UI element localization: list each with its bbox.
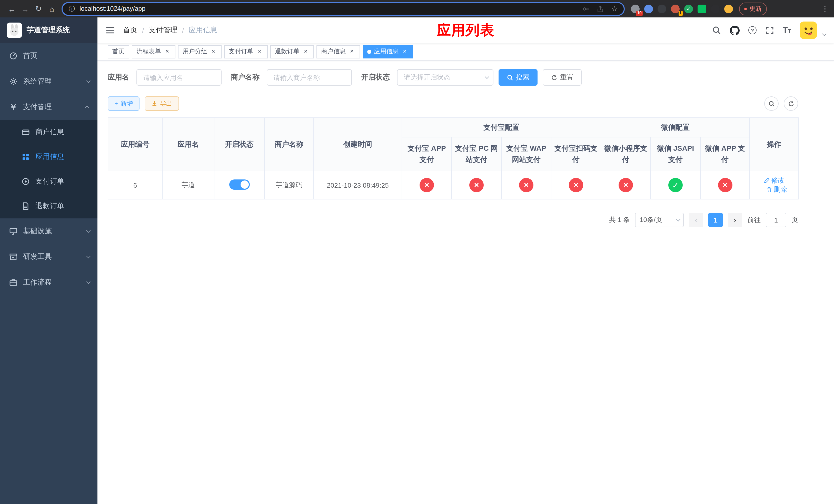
status-select[interactable]: 请选择开启状态 — [397, 69, 493, 86]
browser-menu-icon[interactable]: ⋮ — [821, 4, 829, 13]
tab-refund-order[interactable]: 退款订单× — [270, 45, 314, 58]
sidebar-item-workflow[interactable]: 工作流程 — [0, 270, 97, 295]
browser-home-icon[interactable]: ⌂ — [45, 2, 59, 15]
extension-wechat-icon[interactable] — [698, 4, 706, 13]
browser-forward-icon[interactable]: → — [19, 2, 32, 15]
page-1-button[interactable]: 1 — [708, 213, 723, 227]
user-avatar[interactable] — [799, 22, 817, 39]
tab-user-group[interactable]: 用户分组× — [178, 45, 222, 58]
sidebar-item-app-info[interactable]: 应用信息 — [0, 144, 97, 169]
sidebar-item-infrastructure[interactable]: 基础设施 — [0, 219, 97, 244]
trash-icon — [766, 187, 772, 193]
tab-label: 流程表单 — [136, 47, 161, 56]
browser-update-button[interactable]: 更新 — [739, 2, 767, 15]
sidebar-item-pay-order[interactable]: 支付订单 — [0, 169, 97, 194]
sidebar-item-payment[interactable]: ￥ 支付管理 — [0, 94, 97, 120]
site-info-icon[interactable]: ⓘ — [69, 4, 75, 13]
tab-pay-order[interactable]: 支付订单× — [224, 45, 268, 58]
tab-app-info[interactable]: 应用信息× — [363, 45, 413, 58]
close-icon[interactable]: × — [401, 48, 408, 55]
extension-pin-icon[interactable] — [711, 4, 720, 13]
goto-page-input[interactable] — [766, 213, 786, 227]
search-button[interactable]: 搜索 — [499, 69, 537, 86]
status-toggle[interactable] — [229, 179, 249, 189]
alipay-qr-status-icon: × — [569, 178, 583, 192]
sidebar-item-refund-order[interactable]: 退款订单 — [0, 194, 97, 219]
chevron-down-icon — [676, 217, 680, 222]
search-button-label: 搜索 — [516, 73, 529, 82]
add-button[interactable]: + 新增 — [108, 96, 139, 111]
wx-app-status-icon: × — [718, 178, 732, 192]
tab-process-form[interactable]: 流程表单× — [132, 45, 175, 58]
pencil-icon — [764, 177, 770, 184]
url-text: localhost:1024/pay/app — [80, 5, 583, 12]
top-navbar: 首页 / 支付管理 / 应用信息 应用列表 ? — [97, 18, 834, 43]
breadcrumb-separator: / — [142, 26, 144, 35]
app-name-input[interactable] — [136, 69, 222, 86]
export-button-label: 导出 — [160, 99, 172, 108]
password-key-icon[interactable] — [583, 5, 590, 13]
close-icon[interactable]: × — [348, 48, 355, 55]
extension-face-icon[interactable] — [724, 4, 733, 13]
tab-label: 退款订单 — [275, 47, 300, 56]
browser-refresh-icon[interactable]: ↻ — [32, 2, 45, 15]
select-placeholder: 请选择开启状态 — [404, 73, 450, 82]
reset-button-label: 重置 — [560, 73, 573, 82]
font-size-icon[interactable]: TT — [783, 26, 791, 35]
edit-link[interactable]: 修改 — [764, 176, 785, 185]
merchant-name-input[interactable] — [267, 69, 352, 86]
add-button-label: 新增 — [120, 99, 133, 108]
sidebar-item-merchant-info[interactable]: 商户信息 — [0, 120, 97, 144]
breadcrumb-payment[interactable]: 支付管理 — [149, 26, 177, 35]
extension-puzzle-icon[interactable]: 10 — [631, 4, 640, 13]
page-title: 应用列表 — [437, 21, 495, 40]
extension-blue-icon[interactable] — [644, 4, 653, 13]
refresh-table-icon[interactable] — [784, 96, 798, 111]
close-icon[interactable]: × — [210, 48, 217, 55]
tab-merchant-info[interactable]: 商户信息× — [316, 45, 360, 58]
delete-link[interactable]: 删除 — [766, 185, 787, 194]
browser-address-bar[interactable]: ⓘ localhost:1024/pay/app ☆ — [62, 2, 625, 16]
tabs-bar: 首页 流程表单× 用户分组× 支付订单× 退款订单× 商户信息× 应用信息× — [97, 43, 834, 61]
avatar-caret-icon[interactable] — [822, 32, 827, 36]
toggle-search-icon[interactable] — [764, 96, 778, 111]
page-content: 应用名 商户名称 开启状态 请选择开启状态 搜索 — [97, 61, 834, 227]
extension-check-icon[interactable]: ✓ — [684, 4, 693, 13]
extension-badge-icon[interactable]: 1 — [671, 4, 680, 13]
next-page-button[interactable]: › — [728, 213, 742, 227]
share-icon[interactable] — [597, 5, 605, 13]
close-icon[interactable]: × — [163, 48, 171, 55]
github-icon[interactable] — [730, 25, 740, 35]
fullscreen-icon[interactable] — [765, 26, 774, 35]
yen-icon: ￥ — [9, 102, 18, 112]
extension-dark-icon[interactable] — [658, 4, 666, 13]
screen: ← → ↻ ⌂ ⓘ localhost:1024/pay/app ☆ 10 1 … — [0, 0, 834, 504]
navbar-actions: ? TT — [712, 22, 826, 39]
sidebar-item-dev-tools[interactable]: 研发工具 — [0, 244, 97, 270]
search-icon[interactable] — [712, 26, 721, 35]
reset-button[interactable]: 重置 — [543, 69, 581, 86]
close-icon[interactable]: × — [256, 48, 263, 55]
help-icon[interactable]: ? — [748, 26, 756, 35]
chevron-down-icon — [86, 280, 90, 284]
chevron-down-icon — [86, 79, 90, 83]
sidebar-item-label: 首页 — [23, 51, 38, 61]
hamburger-icon[interactable] — [106, 26, 115, 35]
breadcrumb: 首页 / 支付管理 / 应用信息 — [123, 26, 218, 35]
chevron-down-icon — [485, 75, 489, 79]
page-size-select[interactable]: 10条/页 — [635, 213, 684, 227]
status-label: 开启状态 — [361, 73, 390, 82]
export-button[interactable]: 导出 — [145, 96, 179, 111]
chevron-down-icon — [86, 228, 90, 233]
close-icon[interactable]: × — [302, 48, 309, 55]
tab-home[interactable]: 首页 — [108, 45, 129, 58]
breadcrumb-home[interactable]: 首页 — [123, 26, 137, 35]
bookmark-star-icon[interactable]: ☆ — [611, 5, 618, 12]
prev-page-button[interactable]: ‹ — [689, 213, 703, 227]
sidebar-item-label: 退款订单 — [36, 202, 64, 211]
sidebar-item-system[interactable]: 系统管理 — [0, 69, 97, 94]
sidebar-item-home[interactable]: 首页 — [0, 43, 97, 69]
tab-label: 用户分组 — [182, 47, 207, 56]
logo-image — [7, 23, 22, 38]
browser-back-icon[interactable]: ← — [5, 2, 19, 15]
